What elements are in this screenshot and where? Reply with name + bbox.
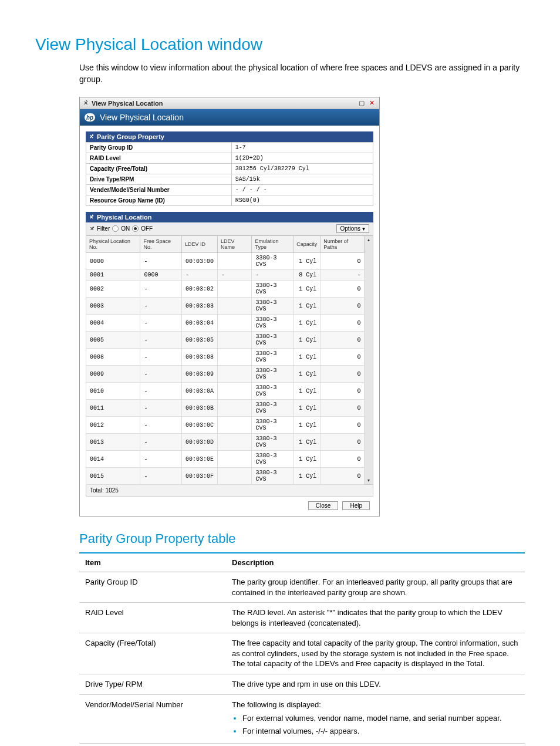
collapse-icon: ✕̂ — [89, 214, 94, 220]
table-row[interactable]: 0014-00:03:0E3380-3 CVS1 Cyl0 — [86, 451, 365, 468]
desc-text: The resource group name and ID of which … — [226, 744, 525, 746]
cell-cap: 1 Cyl — [294, 349, 321, 366]
total-bar: Total: 1025 — [86, 485, 373, 497]
parity-group-section-head[interactable]: ✕̂ Parity Group Property — [86, 131, 373, 142]
cell-free: - — [140, 366, 181, 383]
help-button[interactable]: Help — [342, 501, 370, 510]
cell-phys: 0014 — [86, 451, 140, 468]
vertical-scrollbar[interactable]: ▴ ▾ — [365, 235, 373, 485]
col-ldev[interactable]: LDEV ID — [181, 236, 217, 253]
table-row[interactable]: 0009-00:03:093380-3 CVS1 Cyl0 — [86, 366, 365, 383]
col-description: Description — [226, 553, 525, 572]
kv-key: Vender/Model/Serial Number — [86, 185, 232, 195]
cell-lname — [217, 434, 252, 451]
cell-cap: 1 Cyl — [294, 383, 321, 400]
cell-free: - — [140, 468, 181, 485]
kv-value: RSG0(0) — [231, 195, 373, 206]
table-row[interactable]: 00010000---8 Cyl- — [86, 270, 365, 281]
window-banner: hp View Physical Location — [80, 109, 379, 126]
cell-emul: 3380-3 CVS — [252, 253, 294, 270]
cell-free: - — [140, 281, 181, 298]
desc-row: Capacity (Free/Total)The free capacity a… — [79, 633, 525, 674]
table-row[interactable]: 0011-00:03:0B3380-3 CVS1 Cyl0 — [86, 400, 365, 417]
kv-value: - / - / - — [231, 185, 373, 195]
table-row[interactable]: 0008-00:03:083380-3 CVS1 Cyl0 — [86, 349, 365, 366]
cell-emul: 3380-3 CVS — [252, 434, 294, 451]
maximize-icon[interactable]: ▢ — [357, 99, 366, 107]
cell-paths: 0 — [321, 253, 365, 270]
cell-phys: 0010 — [86, 383, 140, 400]
cell-paths: 0 — [321, 451, 365, 468]
table-row[interactable]: 0004-00:03:043380-3 CVS1 Cyl0 — [86, 315, 365, 332]
scroll-down-icon[interactable]: ▾ — [367, 477, 370, 484]
table-row[interactable]: 0013-00:03:0D3380-3 CVS1 Cyl0 — [86, 434, 365, 451]
filter-on-radio[interactable] — [112, 225, 119, 232]
cell-paths: 0 — [321, 298, 365, 315]
intro-text: Use this window to view information abou… — [79, 62, 525, 85]
on-label: ON — [121, 225, 130, 232]
cell-phys: 0012 — [86, 417, 140, 434]
cell-paths: 0 — [321, 383, 365, 400]
cell-phys: 0003 — [86, 298, 140, 315]
off-label: OFF — [141, 225, 153, 232]
close-icon[interactable]: ✕ — [367, 99, 376, 107]
cell-free: - — [140, 315, 181, 332]
cell-cap: 1 Cyl — [294, 253, 321, 270]
table-row[interactable]: 0003-00:03:033380-3 CVS1 Cyl0 — [86, 298, 365, 315]
cell-emul: 3380-3 CVS — [252, 383, 294, 400]
cell-emul: 3380-3 CVS — [252, 281, 294, 298]
col-paths[interactable]: Number of Paths — [321, 236, 365, 253]
table-row[interactable]: 0000-00:03:003380-3 CVS1 Cyl0 — [86, 253, 365, 270]
table-row[interactable]: 0012-00:03:0C3380-3 CVS1 Cyl0 — [86, 417, 365, 434]
options-button[interactable]: Options ▾ — [336, 224, 369, 233]
cell-free: - — [140, 417, 181, 434]
physical-location-section-head[interactable]: ✕̂ Physical Location — [86, 212, 373, 222]
collapse-icon[interactable]: ✕̂ — [90, 226, 95, 232]
cell-free: - — [140, 253, 181, 270]
cell-lname — [217, 468, 252, 485]
col-cap[interactable]: Capacity — [294, 236, 321, 253]
physical-location-grid: Physical Location No. Free Space No. LDE… — [86, 235, 365, 485]
banner-text: View Physical Location — [100, 113, 184, 122]
cell-emul: - — [252, 270, 294, 281]
close-button[interactable]: Close — [308, 501, 339, 510]
scroll-up-icon[interactable]: ▴ — [367, 236, 370, 244]
filter-off-radio[interactable] — [132, 225, 139, 232]
cell-lname — [217, 253, 252, 270]
cell-lname — [217, 417, 252, 434]
cell-emul: 3380-3 CVS — [252, 366, 294, 383]
cell-paths: 0 — [321, 349, 365, 366]
cell-paths: - — [321, 270, 365, 281]
kv-key: Resource Group Name (ID) — [86, 195, 232, 206]
cell-paths: 0 — [321, 468, 365, 485]
chevron-down-icon: ▾ — [362, 225, 365, 232]
cell-lname — [217, 451, 252, 468]
col-lname[interactable]: LDEV Name — [217, 236, 252, 253]
col-phys[interactable]: Physical Location No. — [86, 236, 140, 253]
col-emul[interactable]: Emulation Type — [252, 236, 294, 253]
cell-lname — [217, 281, 252, 298]
desc-item: Drive Type/ RPM — [79, 674, 226, 695]
table-row[interactable]: 0015-00:03:0F3380-3 CVS1 Cyl0 — [86, 468, 365, 485]
cell-phys: 0013 — [86, 434, 140, 451]
cell-phys: 0015 — [86, 468, 140, 485]
options-label: Options — [340, 225, 360, 232]
cell-phys: 0011 — [86, 400, 140, 417]
table-row[interactable]: 0010-00:03:0A3380-3 CVS1 Cyl0 — [86, 383, 365, 400]
table-row[interactable]: 0005-00:03:053380-3 CVS1 Cyl0 — [86, 332, 365, 349]
cell-lname — [217, 383, 252, 400]
table-row[interactable]: 0002-00:03:023380-3 CVS1 Cyl0 — [86, 281, 365, 298]
collapse-icon[interactable]: ✕̂ — [83, 100, 88, 106]
cell-free: - — [140, 400, 181, 417]
cell-phys: 0008 — [86, 349, 140, 366]
cell-lname — [217, 332, 252, 349]
desc-bullet: For external volumes, vendor name, model… — [242, 713, 519, 724]
desc-text: The drive type and rpm in use on this LD… — [226, 674, 525, 695]
cell-paths: 0 — [321, 332, 365, 349]
view-physical-location-window: ✕̂ View Physical Location ▢ ✕ hp View Ph… — [79, 97, 380, 517]
filter-bar: ✕̂ Filter ON OFF Options ▾ — [86, 222, 373, 235]
cell-lname — [217, 298, 252, 315]
desc-row: Resource Group Name (ID)The resource gro… — [79, 744, 525, 746]
cell-paths: 0 — [321, 315, 365, 332]
col-free[interactable]: Free Space No. — [140, 236, 181, 253]
